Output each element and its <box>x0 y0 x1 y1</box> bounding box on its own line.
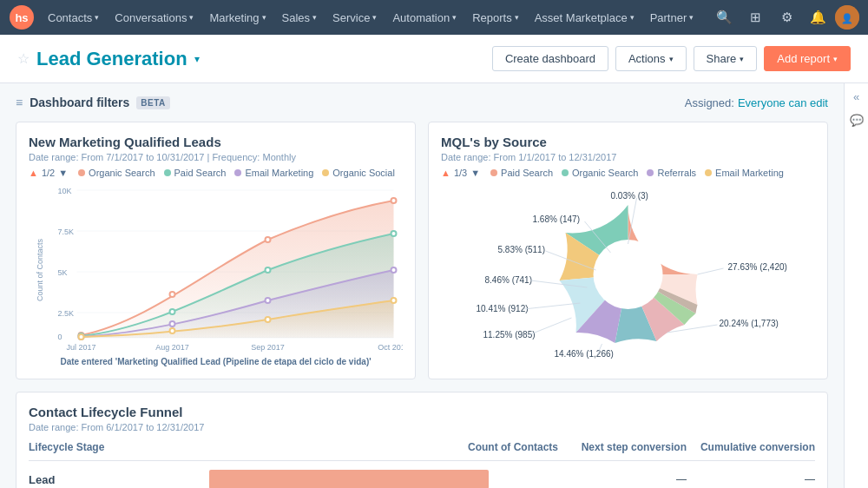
create-dashboard-button[interactable]: Create dashboard <box>492 46 608 71</box>
next-page-icon[interactable]: ▼ <box>470 168 480 178</box>
legend-item-paid-search: Paid Search <box>164 168 227 178</box>
chat-icon[interactable]: 💬 <box>850 114 864 127</box>
nav-item-conversations[interactable]: Conversations▾ <box>107 0 201 35</box>
title-dropdown-icon[interactable]: ▾ <box>194 53 200 65</box>
add-report-button[interactable]: Add report▾ <box>764 46 851 71</box>
prev-page-icon[interactable]: ▲ <box>441 168 450 178</box>
main-area: ≡ Dashboard filters BETA Assigned: Every… <box>0 83 844 488</box>
svg-point-20 <box>170 309 175 314</box>
prev-page-icon[interactable]: ▲ <box>29 168 38 178</box>
svg-point-24 <box>170 321 175 326</box>
favorite-star-icon[interactable]: ☆ <box>17 50 30 67</box>
pie-chart: 27.63% (2,420) 20.24% (1,773) 14.46% (1,… <box>441 183 815 366</box>
filter-icon: ≡ <box>16 96 23 109</box>
dashboard-grid: New Marketing Qualified Leads Date range… <box>16 122 828 379</box>
svg-text:7.5K: 7.5K <box>58 228 75 236</box>
svg-point-25 <box>266 298 271 303</box>
col-header-count: Count of Contacts <box>209 441 558 453</box>
mql-pagination: ▲ 1/2 ▼ <box>29 168 68 178</box>
legend-organic-search: Organic Search <box>562 168 638 178</box>
everyone-can-edit-link[interactable]: Everyone can edit <box>738 96 828 109</box>
legend-item-organic-social: Organic Social <box>322 168 395 178</box>
settings-icon[interactable]: ⚙ <box>773 3 800 31</box>
svg-text:hs: hs <box>15 11 28 24</box>
svg-text:Jul 2017: Jul 2017 <box>66 343 95 352</box>
col-header-cumulative: Cumulative conversion <box>694 441 815 453</box>
side-panel: « 💬 <box>844 83 868 488</box>
svg-point-18 <box>391 198 397 203</box>
mql-source-pagination: ▲ 1/3 ▼ <box>441 168 480 178</box>
legend-item-email: Email Marketing <box>234 168 313 178</box>
collapse-icon[interactable]: « <box>853 90 859 103</box>
funnel-title: Contact Lifecycle Funnel <box>29 405 815 419</box>
svg-text:14.46% (1,266): 14.46% (1,266) <box>555 349 614 359</box>
grid-icon[interactable]: ⊞ <box>741 3 769 31</box>
legend-email-marketing: Email Marketing <box>705 168 784 178</box>
mql-source-subtitle: Date range: From 1/1/2017 to 12/31/2017 <box>441 152 815 162</box>
next-page-icon[interactable]: ▼ <box>58 168 68 178</box>
svg-point-26 <box>391 267 397 273</box>
mql-source-legend: Paid Search Organic Search Referrals <box>490 168 784 178</box>
funnel-bar-lead <box>209 470 489 488</box>
svg-line-49 <box>524 303 581 309</box>
mql-source-title: MQL's by Source <box>441 135 815 149</box>
nav-item-marketing[interactable]: Marketing▾ <box>201 0 273 35</box>
svg-text:27.63% (2,420): 27.63% (2,420) <box>728 262 787 272</box>
funnel-next-lead: — <box>565 473 687 485</box>
filters-bar: ≡ Dashboard filters BETA Assigned: Every… <box>16 96 828 109</box>
nav-item-sales[interactable]: Sales▾ <box>274 0 326 35</box>
svg-point-29 <box>266 317 271 322</box>
hubspot-logo[interactable]: hs <box>9 4 35 30</box>
assigned-label: Assigned: <box>685 96 734 109</box>
svg-text:0.03% (3): 0.03% (3) <box>611 191 648 201</box>
svg-text:10.41% (912): 10.41% (912) <box>477 304 529 313</box>
mql-card: New Marketing Qualified Leads Date range… <box>16 122 416 379</box>
svg-text:5K: 5K <box>58 268 68 277</box>
share-button[interactable]: Share▾ <box>694 46 758 71</box>
svg-text:1.68% (147): 1.68% (147) <box>533 214 580 224</box>
svg-point-35 <box>594 240 663 309</box>
funnel-stage-lead: Lead <box>29 473 202 486</box>
legend-paid-search: Paid Search <box>490 168 553 178</box>
mql-card-title: New Marketing Qualified Leads <box>29 135 403 149</box>
mql-card-subtitle: Date range: From 7/1/2017 to 10/31/2017 … <box>29 152 403 162</box>
page-header: ☆ Lead Generation ▾ Create dashboard Act… <box>0 35 868 83</box>
svg-text:2.5K: 2.5K <box>58 309 75 318</box>
col-header-stage: Lifecycle Stage <box>29 441 202 453</box>
svg-point-22 <box>391 231 397 236</box>
svg-text:Aug 2017: Aug 2017 <box>155 343 189 352</box>
actions-button[interactable]: Actions▾ <box>615 46 687 71</box>
svg-line-48 <box>529 318 572 335</box>
svg-text:11.25% (985): 11.25% (985) <box>483 330 536 340</box>
body-layout: ≡ Dashboard filters BETA Assigned: Every… <box>0 83 868 488</box>
page-title: Lead Generation <box>36 48 187 70</box>
svg-text:10K: 10K <box>58 187 72 195</box>
svg-text:👤: 👤 <box>841 12 853 24</box>
funnel-card: Contact Lifecycle Funnel Date range: Fro… <box>16 392 828 488</box>
filters-label: Dashboard filters <box>30 96 129 109</box>
svg-point-28 <box>170 328 175 333</box>
svg-text:Count of Contacts: Count of Contacts <box>36 238 44 301</box>
notifications-icon[interactable]: 🔔 <box>804 3 832 31</box>
svg-text:0: 0 <box>58 333 62 341</box>
legend-referrals: Referrals <box>647 168 696 178</box>
search-icon[interactable]: 🔍 <box>710 3 738 31</box>
funnel-table-header: Lifecycle Stage Count of Contacts Next s… <box>29 441 815 461</box>
beta-badge: BETA <box>136 96 169 109</box>
svg-text:Oct 2017: Oct 2017 <box>378 343 403 352</box>
nav-item-reports[interactable]: Reports▾ <box>464 0 527 35</box>
user-avatar[interactable]: 👤 <box>835 5 859 30</box>
nav-item-asset-marketplace[interactable]: Asset Marketplace▾ <box>527 0 642 35</box>
legend-item-organic-search: Organic Search <box>78 168 155 178</box>
funnel-row-lead: Lead — — <box>29 466 815 488</box>
svg-point-30 <box>391 298 397 303</box>
nav-item-partner[interactable]: Partner▾ <box>642 0 702 35</box>
line-chart: 10K 7.5K 5K 2.5K 0 Count of Contacts <box>29 183 403 366</box>
x-axis-label: Date entered 'Marketing Qualified Lead (… <box>29 357 403 366</box>
svg-text:20.24% (1,773): 20.24% (1,773) <box>720 319 779 328</box>
nav-item-contacts[interactable]: Contacts▾ <box>40 0 107 35</box>
svg-text:Sep 2017: Sep 2017 <box>251 343 285 352</box>
svg-text:5.83% (511): 5.83% (511) <box>498 245 545 254</box>
nav-item-service[interactable]: Service▾ <box>325 0 385 35</box>
nav-item-automation[interactable]: Automation▾ <box>385 0 464 35</box>
